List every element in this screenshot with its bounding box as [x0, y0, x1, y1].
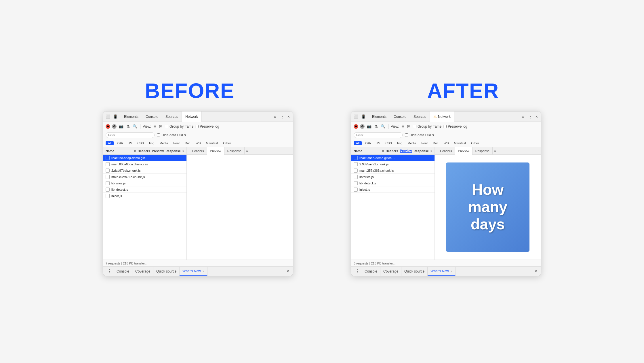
after-col-response[interactable]: Response: [414, 149, 429, 153]
after-preserve-log-label[interactable]: Preserve log: [443, 124, 467, 128]
before-col-more[interactable]: »: [182, 149, 184, 153]
after-type-media[interactable]: Media: [405, 141, 418, 145]
before-close-btn[interactable]: ×: [286, 114, 291, 119]
after-file-2[interactable]: 2.9895a7a2.chunk.js: [351, 161, 435, 167]
before-type-doc[interactable]: Doc: [182, 141, 193, 145]
before-file-1[interactable]: react-no-snap-demo.glit...: [103, 155, 186, 161]
after-file-1[interactable]: react-snap-demo.glitch....: [351, 155, 435, 161]
before-grid-icon2[interactable]: ⊟: [158, 123, 163, 130]
after-file-4[interactable]: libraries.js: [351, 174, 435, 180]
after-preview-tab[interactable]: Preview: [455, 147, 472, 155]
before-bottom-tab-console[interactable]: Console: [114, 267, 132, 276]
after-tab-sources[interactable]: Sources: [410, 111, 430, 122]
before-file-4[interactable]: main.e3ef976b.chunk.js: [103, 174, 186, 180]
after-bottom-tab-whatsnew[interactable]: What's New ×: [428, 267, 456, 276]
after-type-img[interactable]: Img: [395, 141, 405, 145]
after-type-all[interactable]: All: [354, 141, 362, 145]
before-preview-tab[interactable]: Preview: [207, 147, 224, 155]
before-more-tabs[interactable]: »: [272, 114, 278, 119]
after-record-btn[interactable]: ⏺: [354, 124, 358, 129]
before-response-tab[interactable]: Response: [224, 147, 245, 155]
before-file-2[interactable]: main.80ca66ca.chunk.css: [103, 161, 186, 167]
before-tab-elements[interactable]: Elements: [121, 111, 142, 122]
before-tab-sources[interactable]: Sources: [162, 111, 182, 122]
after-type-doc[interactable]: Doc: [430, 141, 441, 145]
after-grid-icon1[interactable]: ≡: [401, 123, 405, 129]
before-file-5[interactable]: libraries.js: [103, 180, 186, 186]
before-tab-console[interactable]: Console: [142, 111, 162, 122]
before-col-preview[interactable]: Preview: [152, 149, 164, 153]
after-close-btn[interactable]: ×: [534, 114, 539, 119]
before-whatsnew-x[interactable]: ×: [203, 269, 204, 273]
before-type-xhr[interactable]: XHR: [114, 141, 125, 145]
after-tab-network[interactable]: ⚠ Network: [430, 111, 454, 122]
before-bottom-close[interactable]: ×: [285, 269, 290, 274]
before-bottom-tab-whatsnew[interactable]: What's New ×: [180, 267, 207, 276]
after-type-manifest[interactable]: Manifest: [452, 141, 468, 145]
after-bottom-dots[interactable]: ⋮: [354, 269, 362, 274]
after-group-by-frame-label[interactable]: Group by frame: [413, 124, 441, 128]
after-hide-data-urls-checkbox[interactable]: [405, 133, 408, 137]
before-device-icon[interactable]: 📱: [113, 114, 118, 120]
after-col-more[interactable]: »: [430, 149, 432, 153]
after-menu-dots[interactable]: ⋮: [526, 114, 534, 119]
after-type-xhr[interactable]: XHR: [362, 141, 374, 145]
after-tab-console[interactable]: Console: [390, 111, 410, 122]
after-type-ws[interactable]: WS: [441, 141, 451, 145]
before-file-7[interactable]: inject.js: [103, 193, 186, 199]
before-type-all[interactable]: All: [106, 141, 114, 145]
before-cancel-btn[interactable]: ⊘: [112, 124, 117, 129]
after-hide-data-urls-label[interactable]: Hide data URLs: [405, 133, 434, 137]
before-bottom-dots[interactable]: ⋮: [106, 269, 114, 274]
before-hide-data-urls-label[interactable]: Hide data URLs: [157, 133, 186, 137]
before-file-6[interactable]: lib_detect.js: [103, 186, 186, 193]
before-search-icon[interactable]: 🔍: [132, 124, 138, 129]
after-preview-more[interactable]: »: [493, 149, 497, 153]
after-bottom-tab-quicksource[interactable]: Quick source: [401, 267, 428, 276]
after-response-tab[interactable]: Response: [472, 147, 493, 155]
before-bottom-tab-coverage[interactable]: Coverage: [132, 267, 153, 276]
after-col-headers[interactable]: Headers: [386, 149, 398, 153]
before-type-other[interactable]: Other: [221, 141, 233, 145]
before-preview-more[interactable]: »: [245, 149, 249, 153]
before-preserve-log-label[interactable]: Preserve log: [195, 124, 219, 128]
after-col-x[interactable]: ×: [382, 149, 384, 153]
before-col-response[interactable]: Response: [165, 149, 181, 153]
after-cancel-btn[interactable]: ⊘: [360, 124, 365, 129]
after-file-5[interactable]: lib_detect.js: [351, 180, 435, 186]
after-group-by-frame-checkbox[interactable]: [413, 125, 416, 128]
before-camera-icon[interactable]: 📷: [118, 124, 124, 129]
before-record-btn[interactable]: ⏺: [106, 124, 110, 129]
before-menu-dots[interactable]: ⋮: [278, 114, 286, 119]
after-more-tabs[interactable]: »: [520, 114, 526, 119]
before-col-headers[interactable]: Headers: [138, 149, 150, 153]
after-whatsnew-x[interactable]: ×: [451, 269, 452, 273]
before-group-by-frame-label[interactable]: Group by frame: [165, 124, 193, 128]
before-grid-icon1[interactable]: ≡: [153, 123, 157, 129]
before-file-3[interactable]: 2.dad97bab.chunk.js: [103, 167, 186, 174]
after-type-css[interactable]: CSS: [383, 141, 394, 145]
before-inspect-icon[interactable]: ⬜: [105, 114, 111, 120]
after-tab-elements[interactable]: Elements: [369, 111, 390, 122]
before-hide-data-urls-checkbox[interactable]: [157, 133, 160, 137]
before-bottom-tab-quicksource[interactable]: Quick source: [153, 267, 180, 276]
after-camera-icon[interactable]: 📷: [366, 124, 372, 129]
after-device-icon[interactable]: 📱: [361, 114, 366, 120]
after-bottom-tab-console[interactable]: Console: [362, 267, 380, 276]
after-inspect-icon[interactable]: ⬜: [353, 114, 359, 120]
before-group-by-frame-checkbox[interactable]: [165, 125, 168, 128]
after-type-other[interactable]: Other: [469, 141, 481, 145]
before-type-css[interactable]: CSS: [135, 141, 146, 145]
before-preserve-log-checkbox[interactable]: [195, 125, 199, 128]
after-file-6[interactable]: inject.js: [351, 186, 435, 193]
before-headers-tab[interactable]: Headers: [189, 147, 207, 155]
after-bottom-close[interactable]: ×: [534, 269, 538, 274]
before-type-js[interactable]: JS: [126, 141, 134, 145]
before-tab-network[interactable]: Network: [182, 111, 202, 122]
after-bottom-tab-coverage[interactable]: Coverage: [380, 267, 401, 276]
before-filter-input[interactable]: [106, 132, 155, 138]
before-type-font[interactable]: Font: [171, 141, 182, 145]
after-filter-input[interactable]: [354, 132, 403, 138]
before-filter-icon[interactable]: ⚗: [126, 124, 130, 129]
after-search-icon[interactable]: 🔍: [380, 124, 386, 129]
